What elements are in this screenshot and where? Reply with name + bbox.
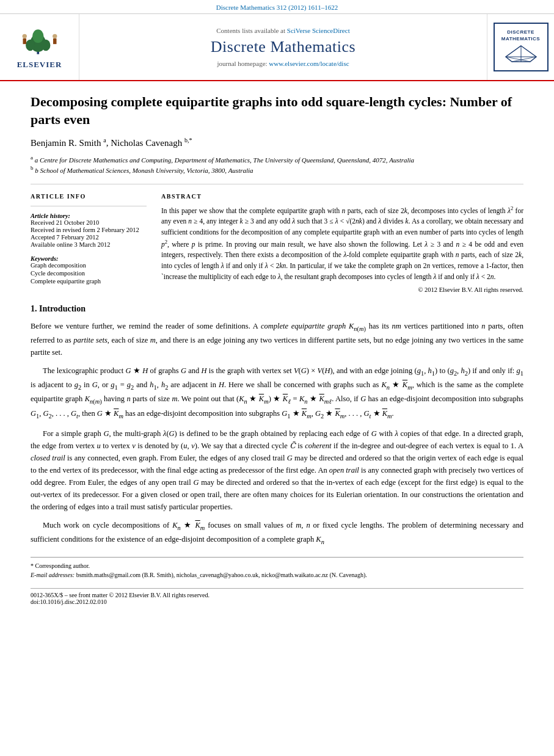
dm-logo-box: DISCRETEMATHEMATICS bbox=[494, 23, 549, 71]
dm-graphic-icon bbox=[503, 45, 539, 63]
dm-logo-graphic bbox=[503, 45, 539, 65]
keyword-1: Graph decomposition bbox=[31, 262, 147, 269]
section-1-title: 1. Introduction bbox=[31, 304, 523, 314]
dm-logo-text: DISCRETEMATHEMATICS bbox=[501, 29, 540, 42]
intro-para-4: Much work on cycle decompositions of Kn … bbox=[31, 519, 523, 547]
sciverse-line: Contents lists available at SciVerse Sci… bbox=[216, 27, 349, 34]
keyword-3: Complete equipartite graph bbox=[31, 278, 147, 285]
homepage-link[interactable]: www.elsevier.com/locate/disc bbox=[269, 60, 349, 67]
issn-line: 0012-365X/$ – see front matter © 2012 El… bbox=[31, 592, 523, 598]
elsevier-logo: ELSEVIER bbox=[17, 25, 62, 70]
page-wrapper: Discrete Mathematics 312 (2012) 1611–162… bbox=[0, 0, 554, 617]
abstract-col: ABSTRACT In this paper we show that the … bbox=[161, 193, 523, 293]
bottom-bar: 0012-365X/$ – see front matter © 2012 El… bbox=[31, 588, 523, 605]
intro-para-2: The lexicographic product G ★ H of graph… bbox=[31, 365, 523, 421]
article-info-heading: ARTICLE INFO bbox=[31, 193, 147, 200]
journal-name-section: Contents lists available at SciVerse Sci… bbox=[79, 14, 487, 80]
svg-point-7 bbox=[53, 34, 57, 38]
sciverse-link[interactable]: SciVerse ScienceDirect bbox=[287, 27, 350, 34]
two-col-layout: ARTICLE INFO Article history: Received 2… bbox=[31, 193, 523, 293]
contents-text: Contents lists available at bbox=[216, 27, 285, 34]
history-accepted: Accepted 7 February 2012 bbox=[31, 234, 147, 241]
history-revised: Received in revised form 2 February 2012 bbox=[31, 227, 147, 233]
info-divider bbox=[31, 206, 147, 206]
svg-point-5 bbox=[22, 34, 26, 38]
homepage-label: journal homepage: bbox=[217, 60, 267, 67]
svg-point-2 bbox=[26, 39, 35, 50]
footnote-area: * Corresponding author. E-mail addresses… bbox=[31, 561, 523, 580]
journal-reference-bar: Discrete Mathematics 312 (2012) 1611–162… bbox=[0, 0, 554, 14]
affil-b: b b School of Mathematical Sciences, Mon… bbox=[31, 165, 523, 174]
affil-a: a a Centre for Discrete Mathematics and … bbox=[31, 154, 523, 164]
corresponding-author-note: * Corresponding author. bbox=[31, 561, 523, 570]
email-line: E-mail addresses: bsmith.maths@gmail.com… bbox=[31, 570, 523, 580]
article-title: Decomposing complete equipartite graphs … bbox=[31, 93, 523, 128]
section-1-heading: Introduction bbox=[39, 304, 86, 313]
keywords-section: Keywords: Graph decomposition Cycle deco… bbox=[31, 255, 147, 285]
history-online: Available online 3 March 2012 bbox=[31, 241, 147, 248]
svg-point-4 bbox=[32, 29, 43, 43]
history-received: Received 21 October 2010 bbox=[31, 219, 147, 226]
intro-para-1: Before we venture further, we remind the… bbox=[31, 320, 523, 358]
elsevier-wordmark: ELSEVIER bbox=[17, 60, 62, 70]
svg-rect-8 bbox=[53, 38, 57, 44]
abstract-text: In this paper we show that the complete … bbox=[161, 205, 523, 283]
dm-logo-section: DISCRETEMATHEMATICS bbox=[487, 14, 554, 80]
svg-rect-6 bbox=[23, 38, 26, 44]
authors-line: Benjamin R. Smith a, Nicholas Cavenagh b… bbox=[31, 137, 523, 148]
journal-reference: Discrete Mathematics 312 (2012) 1611–162… bbox=[216, 4, 338, 11]
footer-divider bbox=[31, 557, 523, 558]
article-info-col: ARTICLE INFO Article history: Received 2… bbox=[31, 193, 147, 293]
main-content: Decomposing complete equipartite graphs … bbox=[0, 81, 554, 617]
elsevier-tree-icon bbox=[18, 25, 61, 59]
keyword-2: Cycle decomposition bbox=[31, 270, 147, 277]
email-addresses: bsmith.maths@gmail.com (B.R. Smith), nic… bbox=[76, 572, 367, 578]
elsevier-logo-section: ELSEVIER bbox=[0, 14, 79, 80]
svg-point-3 bbox=[41, 39, 50, 50]
journal-title: Discrete Mathematics bbox=[211, 38, 355, 56]
journal-header: ELSEVIER Contents lists available at Sci… bbox=[0, 14, 554, 81]
abstract-heading: ABSTRACT bbox=[161, 193, 523, 200]
intro-para-3: For a simple graph G, the multi-graph λ(… bbox=[31, 427, 523, 513]
doi-line: doi:10.1016/j.disc.2012.02.010 bbox=[31, 598, 523, 605]
history-label: Article history: bbox=[31, 213, 147, 219]
copyright-line: © 2012 Elsevier B.V. All rights reserved… bbox=[161, 286, 523, 293]
email-label: E-mail addresses: bbox=[31, 572, 75, 578]
header-divider bbox=[31, 184, 523, 184]
article-history: Article history: Received 21 October 201… bbox=[31, 213, 147, 248]
keywords-label: Keywords: bbox=[31, 255, 147, 262]
homepage-line: journal homepage: www.elsevier.com/locat… bbox=[217, 60, 349, 67]
section-1-number: 1. bbox=[31, 304, 37, 313]
affiliations: a a Centre for Discrete Mathematics and … bbox=[31, 154, 523, 173]
